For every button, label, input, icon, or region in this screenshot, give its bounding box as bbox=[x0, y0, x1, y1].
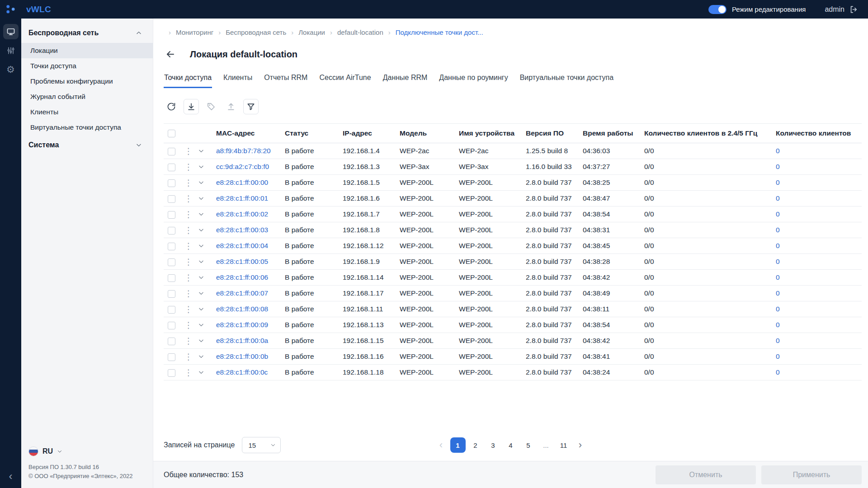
row-expand-button[interactable] bbox=[198, 254, 216, 270]
clients-count-link[interactable]: 0 bbox=[776, 301, 862, 317]
mac-address-link[interactable]: e8:28:c1:ff:00:09 bbox=[216, 317, 285, 333]
row-checkbox[interactable] bbox=[168, 227, 175, 235]
breadcrumb-item[interactable]: Беспроводная сеть bbox=[213, 28, 286, 36]
mac-address-link[interactable]: e8:28:c1:ff:00:01 bbox=[216, 191, 285, 206]
clients-count-link[interactable]: 0 bbox=[776, 254, 862, 270]
row-checkbox[interactable] bbox=[168, 195, 175, 203]
edit-mode-toggle[interactable] bbox=[708, 5, 726, 14]
row-expand-button[interactable] bbox=[198, 286, 216, 301]
clients-count-link[interactable]: 0 bbox=[776, 317, 862, 333]
row-checkbox[interactable] bbox=[168, 211, 175, 219]
sidebar-item[interactable]: Локации bbox=[21, 43, 153, 58]
row-menu-button[interactable]: ⋮ bbox=[183, 238, 198, 254]
row-expand-button[interactable] bbox=[198, 206, 216, 222]
sidebar-collapse-button[interactable]: ‹ bbox=[9, 471, 13, 482]
clients-count-link[interactable]: 0 bbox=[776, 286, 862, 301]
row-checkbox[interactable] bbox=[168, 338, 175, 345]
back-button[interactable] bbox=[164, 47, 177, 61]
sidebar-item[interactable]: Клиенты bbox=[21, 104, 153, 120]
row-menu-button[interactable]: ⋮ bbox=[183, 301, 198, 317]
clients-count-link[interactable]: 0 bbox=[776, 143, 862, 159]
cancel-button[interactable]: Отменить bbox=[656, 465, 756, 484]
download-button[interactable] bbox=[184, 99, 199, 114]
row-menu-button[interactable]: ⋮ bbox=[183, 222, 198, 238]
row-checkbox[interactable] bbox=[168, 369, 175, 377]
clients-count-link[interactable]: 0 bbox=[776, 270, 862, 286]
mac-address-link[interactable]: e8:28:c1:ff:00:02 bbox=[216, 206, 285, 222]
logout-button[interactable] bbox=[849, 5, 858, 14]
row-checkbox[interactable] bbox=[168, 258, 175, 266]
mac-address-link[interactable]: e8:28:c1:ff:00:00 bbox=[216, 175, 285, 191]
row-expand-button[interactable] bbox=[198, 222, 216, 238]
clients-count-link[interactable]: 0 bbox=[776, 191, 862, 206]
row-menu-button[interactable]: ⋮ bbox=[183, 191, 198, 206]
mac-address-link[interactable]: e8:28:c1:ff:00:08 bbox=[216, 301, 285, 317]
row-expand-button[interactable] bbox=[198, 143, 216, 159]
apply-button[interactable]: Применить bbox=[761, 465, 862, 484]
breadcrumb-item[interactable]: Мониторинг bbox=[164, 28, 213, 36]
tab[interactable]: Данные RRM bbox=[382, 74, 428, 88]
clients-count-link[interactable]: 0 bbox=[776, 222, 862, 238]
row-expand-button[interactable] bbox=[198, 365, 216, 380]
row-checkbox[interactable] bbox=[168, 306, 175, 314]
page-button[interactable]: 1 bbox=[450, 437, 466, 453]
clients-count-link[interactable]: 0 bbox=[776, 333, 862, 349]
tab[interactable]: Точки доступа bbox=[164, 74, 212, 88]
mac-address-link[interactable]: e8:28:c1:ff:00:0c bbox=[216, 365, 285, 380]
breadcrumb-item[interactable]: Локации bbox=[286, 28, 325, 36]
breadcrumb-item[interactable]: Подключенные точки дост... bbox=[383, 28, 483, 36]
mac-address-link[interactable]: a8:f9:4b:b7:78:20 bbox=[216, 143, 285, 159]
tab[interactable]: Отчеты RRM bbox=[264, 74, 308, 88]
mac-address-link[interactable]: e8:28:c1:ff:00:0b bbox=[216, 349, 285, 365]
tag-button[interactable] bbox=[203, 99, 219, 114]
rail-monitoring-button[interactable] bbox=[3, 24, 19, 39]
row-checkbox[interactable] bbox=[168, 148, 175, 155]
page-button[interactable]: 3 bbox=[486, 437, 501, 453]
page-button[interactable]: 2 bbox=[468, 437, 483, 453]
row-expand-button[interactable] bbox=[198, 191, 216, 206]
row-menu-button[interactable]: ⋮ bbox=[183, 286, 198, 301]
row-menu-button[interactable]: ⋮ bbox=[183, 175, 198, 191]
language-selector[interactable]: RU bbox=[28, 443, 146, 463]
upload-button[interactable] bbox=[223, 99, 239, 114]
tab[interactable]: Сессии AirTune bbox=[319, 74, 371, 88]
sidebar-item[interactable]: Журнал событий bbox=[21, 89, 153, 104]
row-menu-button[interactable]: ⋮ bbox=[183, 159, 198, 175]
row-checkbox[interactable] bbox=[168, 322, 175, 329]
row-checkbox[interactable] bbox=[168, 290, 175, 298]
mac-address-link[interactable]: e8:28:c1:ff:00:0a bbox=[216, 333, 285, 349]
page-button[interactable]: ... bbox=[538, 437, 554, 453]
row-expand-button[interactable] bbox=[198, 270, 216, 286]
row-expand-button[interactable] bbox=[198, 238, 216, 254]
select-all-checkbox[interactable] bbox=[168, 130, 175, 137]
row-checkbox[interactable] bbox=[168, 274, 175, 282]
row-checkbox[interactable] bbox=[168, 179, 175, 187]
tab[interactable]: Клиенты bbox=[223, 74, 253, 88]
tab[interactable]: Данные по роумингу bbox=[439, 74, 508, 88]
mac-address-link[interactable]: e8:28:c1:ff:00:04 bbox=[216, 238, 285, 254]
page-button[interactable]: 5 bbox=[521, 437, 536, 453]
mac-address-link[interactable]: e8:28:c1:ff:00:05 bbox=[216, 254, 285, 270]
page-button[interactable]: 11 bbox=[556, 437, 571, 453]
clients-count-link[interactable]: 0 bbox=[776, 175, 862, 191]
mac-address-link[interactable]: cc:9d:a2:c7:cb:f0 bbox=[216, 159, 285, 175]
row-expand-button[interactable] bbox=[198, 333, 216, 349]
refresh-button[interactable] bbox=[164, 99, 179, 114]
sidebar-item[interactable]: Виртуальные точки доступа bbox=[21, 120, 153, 135]
row-menu-button[interactable]: ⋮ bbox=[183, 143, 198, 159]
mac-address-link[interactable]: e8:28:c1:ff:00:03 bbox=[216, 222, 285, 238]
row-expand-button[interactable] bbox=[198, 159, 216, 175]
mac-address-link[interactable]: e8:28:c1:ff:00:07 bbox=[216, 286, 285, 301]
row-menu-button[interactable]: ⋮ bbox=[183, 317, 198, 333]
row-expand-button[interactable] bbox=[198, 175, 216, 191]
sidebar-section-wireless[interactable]: Беспроводная сеть bbox=[21, 23, 153, 43]
sidebar-item[interactable]: Точки доступа bbox=[21, 58, 153, 74]
clients-count-link[interactable]: 0 bbox=[776, 238, 862, 254]
previous-page-button[interactable]: ‹ bbox=[434, 437, 448, 453]
mac-address-link[interactable]: e8:28:c1:ff:00:06 bbox=[216, 270, 285, 286]
per-page-select[interactable]: 15 bbox=[242, 437, 281, 453]
row-menu-button[interactable]: ⋮ bbox=[183, 206, 198, 222]
row-menu-button[interactable]: ⋮ bbox=[183, 333, 198, 349]
clients-count-link[interactable]: 0 bbox=[776, 349, 862, 365]
row-checkbox[interactable] bbox=[168, 164, 175, 171]
